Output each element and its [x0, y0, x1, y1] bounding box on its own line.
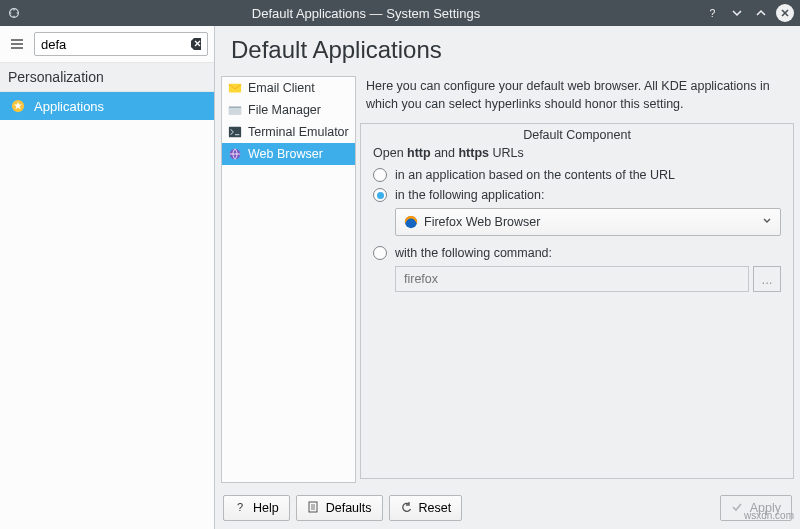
category-label: Terminal Emulator: [248, 125, 349, 139]
browser-combo[interactable]: Firefox Web Browser: [395, 208, 781, 236]
titlebar: Default Applications — System Settings ?: [0, 0, 800, 26]
firefox-icon: [404, 215, 418, 229]
defaults-button[interactable]: Defaults: [296, 495, 383, 521]
detail-panel: Here you can configure your default web …: [360, 76, 794, 483]
window-title: Default Applications — System Settings: [28, 6, 704, 21]
open-urls-prompt: Open http and https URLs: [373, 146, 781, 160]
category-label: File Manager: [248, 103, 321, 117]
undo-icon: [400, 501, 414, 515]
help-icon: ?: [234, 501, 248, 515]
description-text: Here you can configure your default web …: [360, 76, 794, 123]
category-web-browser[interactable]: Web Browser: [222, 143, 355, 165]
watermark: wsxdn.com: [744, 510, 794, 521]
main-panel: Default Applications Email Client File M…: [215, 26, 800, 529]
browse-button: ...: [753, 266, 781, 292]
category-terminal[interactable]: Terminal Emulator: [222, 121, 355, 143]
page-title: Default Applications: [215, 26, 800, 76]
star-icon: [10, 98, 26, 114]
radio-label: with the following command:: [395, 246, 552, 260]
sidebar: Personalization Applications: [0, 26, 215, 529]
sidebar-item-label: Applications: [34, 99, 104, 114]
radio-following-app[interactable]: in the following application:: [373, 188, 781, 202]
default-component-group: Default Component Open http and https UR…: [360, 123, 794, 479]
clear-search-icon[interactable]: [188, 36, 204, 52]
content: Personalization Applications Default App…: [0, 26, 800, 529]
help-button[interactable]: ? Help: [223, 495, 290, 521]
globe-icon: [228, 147, 242, 161]
sidebar-section-header: Personalization: [0, 63, 214, 92]
mail-icon: [228, 81, 242, 95]
help-button[interactable]: ?: [704, 4, 722, 22]
maximize-button[interactable]: [752, 4, 770, 22]
svg-text:?: ?: [710, 7, 716, 19]
document-icon: [307, 501, 321, 515]
radio-following-command[interactable]: with the following command:: [373, 246, 781, 260]
command-input: [395, 266, 749, 292]
search-row: [0, 26, 214, 63]
radio-icon[interactable]: [373, 168, 387, 182]
svg-rect-6: [229, 127, 241, 138]
panel-split: Email Client File Manager Terminal Emula…: [215, 76, 800, 489]
reset-button[interactable]: Reset: [389, 495, 463, 521]
app-icon: [6, 5, 22, 21]
radio-icon[interactable]: [373, 188, 387, 202]
close-button[interactable]: [776, 4, 794, 22]
sidebar-item-applications[interactable]: Applications: [0, 92, 214, 120]
radio-url-contents[interactable]: in an application based on the contents …: [373, 168, 781, 182]
category-file-manager[interactable]: File Manager: [222, 99, 355, 121]
command-row: ...: [395, 266, 781, 292]
folder-icon: [228, 103, 242, 117]
radio-label: in the following application:: [395, 188, 544, 202]
category-list: Email Client File Manager Terminal Emula…: [221, 76, 356, 483]
terminal-icon: [228, 125, 242, 139]
category-label: Email Client: [248, 81, 315, 95]
footer: ? Help Defaults Reset Apply: [215, 489, 800, 529]
window-controls: ?: [704, 4, 794, 22]
group-legend: Default Component: [517, 128, 637, 142]
search-input[interactable]: [34, 32, 208, 56]
minimize-button[interactable]: [728, 4, 746, 22]
category-label: Web Browser: [248, 147, 323, 161]
radio-icon[interactable]: [373, 246, 387, 260]
chevron-down-icon: [762, 215, 772, 229]
combo-value: Firefox Web Browser: [424, 215, 540, 229]
svg-rect-3: [229, 84, 241, 93]
menu-button[interactable]: [6, 33, 28, 55]
svg-rect-5: [229, 108, 241, 115]
category-email[interactable]: Email Client: [222, 77, 355, 99]
svg-text:?: ?: [237, 501, 243, 513]
radio-label: in an application based on the contents …: [395, 168, 675, 182]
check-icon: [731, 501, 745, 515]
search-box: [34, 32, 208, 56]
